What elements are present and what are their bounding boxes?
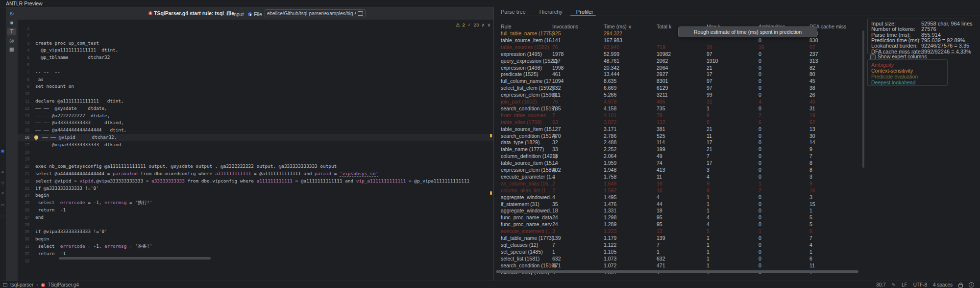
breadcrumb-project[interactable]: tsql-parser xyxy=(10,282,33,288)
text-input-icon[interactable]: T xyxy=(7,28,16,35)
input-radio[interactable]: Input xyxy=(226,11,244,17)
code-line[interactable]: as xyxy=(35,76,44,83)
profiler-table-row[interactable]: full_column_name (17...10948.63583019704… xyxy=(494,78,862,85)
code-line[interactable]: exec nb_com_getsysconfig @a1111111111111… xyxy=(35,163,337,170)
code-line[interactable]: —— —— @sysdate dtdate, xyxy=(35,105,107,112)
profiler-table-row[interactable]: expression (1495)197852.99910982970237 xyxy=(494,51,862,58)
column-header-invocations[interactable]: Invocations xyxy=(552,24,578,29)
profiler-table-row[interactable]: expression_elem (1590)6115.266321199026 xyxy=(494,92,862,99)
radio-on-icon[interactable] xyxy=(248,12,252,16)
antlr-preview-stripe-icon[interactable]: ▣ xyxy=(0,149,5,153)
scope-icon[interactable]: ◎ xyxy=(7,37,16,44)
breadcrumb-file[interactable]: TSqlParser.g4 xyxy=(48,282,79,288)
code-line[interactable]: —— —— @a2222222222 dtdate, xyxy=(35,112,110,120)
profiler-table-row[interactable]: search_condition (1516)4711.0724711011 xyxy=(494,262,862,269)
profiler-table-row[interactable]: from_table_sources...74.101799219 xyxy=(494,112,862,119)
code-line[interactable]: —— —— @vipid dtchar32, xyxy=(42,134,117,141)
grid-icon[interactable]: ▦ xyxy=(7,46,16,53)
code-line[interactable]: select @vipid = vipid,@vipa333333333333 … xyxy=(35,178,469,185)
profiler-table-row[interactable]: func_proc_name_serv...241.28995405 xyxy=(494,221,862,228)
code-line[interactable]: —— —— @vipa333333333333 dtkind xyxy=(35,141,121,149)
prev-problem-icon[interactable]: ∧ xyxy=(481,22,485,27)
expert-columns-label[interactable]: Show expert columns xyxy=(878,53,927,59)
column-header-rule[interactable]: Rule xyxy=(501,24,512,29)
code-line[interactable]: end xyxy=(35,214,44,221)
profiler-table-row[interactable]: column_alias_list (1...21.592169216 xyxy=(494,187,862,194)
terminal-stripe-icon[interactable]: ▭ xyxy=(0,203,5,207)
profiler-table-row[interactable]: if_statement (31)351.476441015 xyxy=(494,201,862,208)
find-stripe-icon[interactable]: A xyxy=(0,170,5,174)
profiler-table-row[interactable]: aggregate_windowed...181.33118101 xyxy=(494,208,862,214)
profiler-table-row[interactable]: column_definition (1421)182.06449707 xyxy=(494,153,862,160)
profiler-table-row[interactable]: full_table_name (1773)1391.179139107 xyxy=(494,235,862,242)
file-radio[interactable]: File xyxy=(248,11,262,17)
column-header-time-ms-[interactable]: Time (ms) ∨ xyxy=(604,24,632,29)
profiler-table-row[interactable]: table_source_item (15...141.959741708 xyxy=(494,160,862,167)
profiler-table-row[interactable]: sql_clauses (12)71.1227104 xyxy=(494,242,862,249)
code-line[interactable]: return -1 xyxy=(35,250,66,258)
profiler-table-row[interactable]: table_alias (1709)633.8221328662 xyxy=(494,119,862,126)
unlock-icon[interactable] xyxy=(958,284,963,288)
stop-icon[interactable]: ■ xyxy=(7,19,16,26)
code-line[interactable]: return -1 xyxy=(35,207,66,214)
table-h-scrollbar[interactable] xyxy=(496,270,858,273)
code-line[interactable]: @p_vipa1111111111111 dtint, xyxy=(35,47,118,54)
warning-stripe-mark[interactable] xyxy=(490,191,492,195)
file-path-value[interactable]: ebelice/Github/tsql-parser/examples/big.… xyxy=(267,11,356,16)
profiler-table-row[interactable]: table_name (1777)332.2521992109 xyxy=(494,146,862,153)
error-notification-icon[interactable]: ! xyxy=(969,282,974,288)
profiler-table-row[interactable]: expression_elem (1589)4021.948413308 xyxy=(494,167,862,174)
tab-profiler[interactable]: Profiler xyxy=(576,9,593,15)
encoding-widget[interactable]: UTF-8 xyxy=(913,282,927,288)
code-line[interactable]: select errorcode = -1, errormsg = '准备!' xyxy=(35,243,152,250)
profiler-table-row[interactable]: select_list (1581)6321.073632106 xyxy=(494,256,862,262)
profiler-table-row[interactable]: predicate (1525)46113.444292717080 xyxy=(494,71,862,78)
profiler-table-row[interactable]: join_part (1602)764.97846531445 xyxy=(494,99,862,105)
structure-stripe-icon[interactable]: ◇ xyxy=(0,181,5,185)
profiler-table-row[interactable]: select_list_elem (1592)6326.669612997038 xyxy=(494,85,862,92)
code-line[interactable]: declare @a1111111111111 dtint, xyxy=(35,98,124,105)
profiler-table-row[interactable]: data_type (1829)322.48811417014 xyxy=(494,139,862,146)
inspections-widget[interactable]: ⚠ 2 ✓ 23 ∧ ∨ xyxy=(456,22,490,27)
folder-icon[interactable] xyxy=(358,11,363,16)
code-line[interactable]: -- -- -- xyxy=(35,69,60,76)
tab-hierarchy[interactable]: Hierarchy xyxy=(539,9,563,15)
problems-stripe-icon[interactable]: ◌ xyxy=(0,214,5,218)
profiler-table-row[interactable]: execute_parameter (1...41.75811403 xyxy=(494,174,862,181)
line-ending-widget[interactable]: LF xyxy=(902,282,907,288)
editor-h-scrollbar[interactable] xyxy=(59,257,211,260)
profiler-table-row[interactable]: expression (1498)199820.342206421082 xyxy=(494,65,862,72)
profiler-table-row[interactable]: search_condition (1519)7354.1587351031 xyxy=(494,105,862,112)
radio-off-icon[interactable] xyxy=(226,12,230,16)
profiler-table-row[interactable]: table_sources (1582)7663.940719161667 xyxy=(494,44,862,51)
code-line[interactable]: begin xyxy=(35,236,49,243)
code-line[interactable]: select @a4444444444444444 = paravalue fr… xyxy=(35,170,378,178)
profiler-table-row[interactable]: table_source_item (16...141167.9830830 xyxy=(494,37,862,44)
profiler-table-row[interactable]: execute_statement (...31.22312516 xyxy=(494,228,862,235)
input-radio-label[interactable]: Input xyxy=(232,11,244,17)
code-line[interactable]: —— —— @a333333333333 dtkind, xyxy=(35,119,124,127)
code-line[interactable]: if @vipa333333333333 !='0' xyxy=(35,228,107,236)
intention-bulb-icon[interactable] xyxy=(34,135,38,139)
code-line[interactable]: begin xyxy=(35,192,49,199)
code-line[interactable]: if @a333333333333 !='0' xyxy=(35,185,99,192)
profiler-table-row[interactable]: aggregate_windowed...41.4954103 xyxy=(494,194,862,201)
refresh-icon[interactable]: ↻ xyxy=(7,10,16,18)
code-line[interactable]: create proc up_com_test xyxy=(35,40,99,47)
next-problem-icon[interactable]: ∨ xyxy=(487,22,490,27)
tab-parse-tree[interactable]: Parse tree xyxy=(501,9,526,15)
pencil-slash-icon[interactable]: ✎ xyxy=(892,282,896,288)
column-header-total-k[interactable]: Total k xyxy=(657,24,671,29)
indent-widget[interactable]: 4 spaces xyxy=(933,282,953,288)
warning-stripe-mark[interactable] xyxy=(490,134,492,137)
code-line[interactable]: select errorcode = -1, errormsg = '执行!' xyxy=(35,199,152,207)
profiler-table-row[interactable]: as_column_alias (16...21.64616919 xyxy=(494,181,862,187)
profiler-table-row[interactable]: table_source_item (15...1273.17138121013 xyxy=(494,126,862,133)
code-line[interactable]: set nocount on xyxy=(35,83,74,90)
code-editor[interactable]: 123create proc up_com_test4 @p_vipa11111… xyxy=(18,20,493,281)
profiler-table-row[interactable]: query_expression (1527)11748.76120621910… xyxy=(494,58,862,65)
file-path-field[interactable]: ebelice/Github/tsql-parser/examples/big.… xyxy=(265,9,366,17)
code-line[interactable]: @p_tblname dtchar32 xyxy=(35,54,110,61)
file-radio-label[interactable]: File xyxy=(254,11,262,17)
code-line[interactable]: —— —— @a4444444444444444 dtint, xyxy=(35,127,126,134)
